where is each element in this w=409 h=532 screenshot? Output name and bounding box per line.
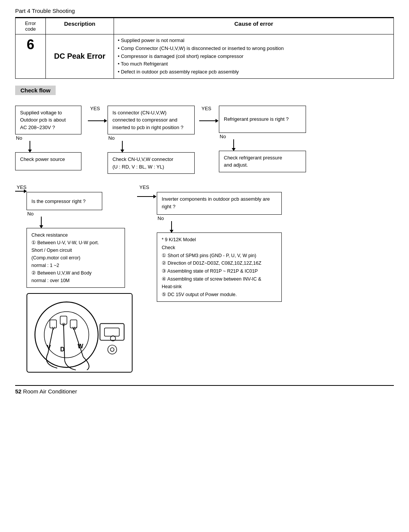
no-label-1: No [16, 135, 22, 141]
yes-label-1: YES [90, 106, 100, 111]
no-label-row2-2: No [158, 215, 164, 221]
flow-box-refrigerant: Refrigerant pressure is right ? [219, 106, 306, 133]
arrow-down-2 [122, 141, 123, 152]
col-description: Description [46, 18, 114, 34]
arrow-right-2 [199, 120, 218, 121]
no-label-row2-1: No [27, 211, 34, 217]
flow-box-voltage: Supplied voltage to Outdoor pcb is about… [15, 106, 81, 135]
yes-label-row2-2: YES [139, 184, 149, 190]
error-name: DC Peak Error [46, 34, 114, 79]
arrow-down-row2-1 [41, 217, 42, 228]
arrow-down-row2-2 [171, 221, 172, 232]
flow-box-connector: Is connector (CN-U,V,W) connected to com… [108, 106, 195, 135]
flow-box-check-cn: Check CN-U,V,W connector (U : RD, V : BL… [108, 152, 195, 174]
svg-rect-14 [100, 324, 124, 340]
cause-list: • Supplied power is not normal • Comp Co… [114, 34, 394, 79]
svg-text:W: W [78, 343, 83, 350]
no-label-3: No [220, 134, 226, 139]
flow-box-inverter: Inverter components in outdoor pcb assem… [157, 192, 282, 215]
arrow-enter-row2 [15, 191, 27, 192]
svg-text:D: D [60, 346, 64, 353]
page-footer: 52 Room Air Conditioner [15, 388, 394, 395]
error-table: Error code Description Cause of error 6 … [15, 18, 394, 79]
svg-line-9 [64, 325, 65, 361]
svg-rect-15 [105, 328, 119, 337]
flow-box-check-refrigerant: Check refrigerant pressure and adjust. [219, 151, 306, 172]
svg-point-16 [108, 345, 117, 354]
error-number: 6 [16, 34, 46, 79]
check-flow-label: Check flow [15, 86, 56, 95]
svg-text:V: V [47, 345, 51, 351]
arrow-right-1 [88, 120, 107, 121]
svg-line-10 [73, 328, 83, 357]
arrow-down-1 [30, 141, 30, 152]
flow-box-check-power: Check power source [15, 152, 81, 170]
page-header: Part 4 Trouble Shooting [15, 8, 394, 14]
col-error-code: Error code [16, 18, 46, 34]
arrow-right-row2 [137, 196, 156, 197]
compressor-image: V D W V D W [27, 293, 133, 374]
flow-box-model-check: * 9 K/12K Model Check ① Short of SPM3 pi… [157, 232, 282, 302]
svg-point-17 [110, 348, 114, 352]
flow-box-resistance: Check resistance ① Between U-V, V-W, U-W… [27, 228, 125, 288]
no-label-2: No [108, 135, 115, 141]
footer-divider [15, 385, 394, 386]
flow-box-compressor: Is the compressor right ? [27, 192, 102, 210]
check-flow-section: Check flow Supplied voltage to Outdoor p… [15, 86, 394, 374]
arrow-down-3 [233, 139, 234, 151]
yes-label-2: YES [201, 106, 211, 111]
svg-point-1 [44, 312, 89, 358]
col-cause: Cause of error [114, 18, 394, 34]
